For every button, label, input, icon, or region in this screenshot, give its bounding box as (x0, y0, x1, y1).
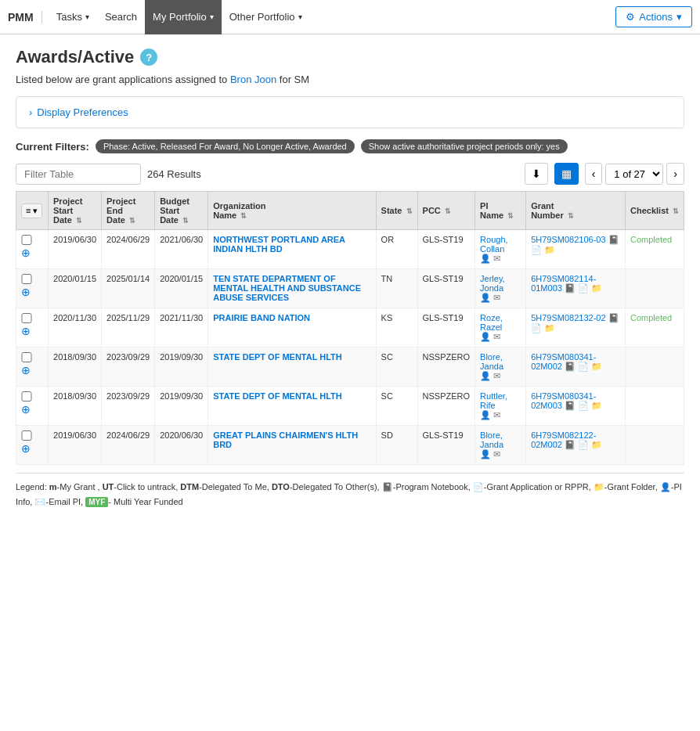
org-name-cell: GREAT PLAINS CHAIRMEN'S HLTH BRD (208, 426, 376, 465)
folder-icon[interactable]: 📁 (544, 245, 555, 254)
tasks-caret: ▾ (85, 13, 89, 21)
row-checkbox[interactable] (21, 274, 32, 284)
add-row-icon[interactable]: ⊕ (21, 247, 31, 259)
grant-number-link[interactable]: 5H79SM082132-02 (531, 313, 605, 322)
project-end-cell: 2023/09/29 (102, 387, 155, 426)
notebook-icon[interactable]: 📓 (608, 235, 619, 244)
state-cell: TN (376, 269, 417, 308)
org-name-cell: STATE DEPT OF MENTAL HLTH (208, 387, 376, 426)
notebook-icon[interactable]: 📓 (565, 440, 576, 449)
pi-name-link[interactable]: Ruttler, Rife (480, 391, 507, 410)
add-row-icon[interactable]: ⊕ (21, 364, 31, 376)
col-grant-number: GrantNumber ⇅ (526, 192, 626, 230)
row-checkbox[interactable] (21, 352, 32, 362)
grant-number-cell: 6H79SM080341-02M002 📓 📄 📁 (526, 347, 626, 387)
col-pi-name: PIName ⇅ (475, 192, 526, 230)
pi-name-link[interactable]: Blore, Janda (480, 352, 503, 371)
grant-number-cell: 6H79SM080341-02M003 📓 📄 📁 (526, 387, 626, 426)
pi-name-link[interactable]: Roze, Razel (480, 313, 503, 332)
email-pi-icon[interactable]: ✉ (493, 332, 500, 341)
pdf-icon[interactable]: 📄 (578, 440, 589, 449)
table-row: ⊕ 2020/11/30 2025/11/29 2021/11/30 PRAIR… (16, 308, 684, 347)
pi-info-icon[interactable]: 👤 (480, 293, 491, 302)
pi-info-icon[interactable]: 👤 (480, 449, 491, 459)
row-checkbox[interactable] (21, 430, 32, 441)
pdf-icon[interactable]: 📄 (578, 362, 589, 371)
org-name-cell: STATE DEPT OF MENTAL HLTH (208, 347, 376, 387)
display-preferences-panel[interactable]: › Display Preferences (16, 96, 684, 128)
checklist-cell (626, 426, 684, 465)
filters-label: Current Filters: (16, 141, 89, 153)
grid-view-button[interactable]: ▦ (554, 163, 579, 185)
my-portfolio-caret: ▾ (210, 13, 214, 21)
checklist-cell (626, 387, 684, 426)
prev-page-button[interactable]: ‹ (585, 163, 603, 185)
table-header-row: ≡ ▾ ProjectStartDate ⇅ ProjectEndDate ⇅ … (16, 192, 684, 230)
pi-name-cell: Rough, Collan 👤 ✉ (475, 230, 526, 269)
add-row-icon[interactable]: ⊕ (21, 442, 31, 455)
budget-start-cell: 2020/06/30 (155, 426, 208, 465)
help-icon[interactable]: ? (140, 49, 157, 66)
row-checkbox[interactable] (21, 313, 32, 323)
email-pi-icon[interactable]: ✉ (493, 410, 500, 420)
add-row-icon[interactable]: ⊕ (21, 403, 31, 416)
checklist-cell (626, 347, 684, 387)
checklist-cell: Completed (626, 230, 684, 269)
column-menu-button[interactable]: ≡ ▾ (21, 203, 42, 218)
email-pi-icon[interactable]: ✉ (493, 293, 500, 302)
col-checklist: Checklist ⇅ (626, 192, 684, 230)
actions-button[interactable]: ⚙ Actions ▾ (615, 6, 692, 27)
pdf-icon[interactable]: 📄 (578, 401, 589, 410)
email-pi-icon[interactable]: ✉ (493, 449, 500, 459)
folder-icon[interactable]: 📁 (591, 401, 602, 410)
pcc-cell: GLS-ST19 (417, 426, 475, 465)
folder-icon[interactable]: 📁 (544, 323, 555, 333)
pagination: ‹ 1 of 27 › (585, 163, 684, 185)
notebook-icon[interactable]: 📓 (565, 283, 576, 293)
pi-name-cell: Roze, Razel 👤 ✉ (475, 308, 526, 347)
notebook-icon[interactable]: 📓 (608, 313, 619, 322)
folder-icon[interactable]: 📁 (591, 283, 602, 293)
folder-icon[interactable]: 📁 (591, 440, 602, 449)
pi-name-link[interactable]: Jerley, Jonda (480, 274, 505, 293)
pdf-icon[interactable]: 📄 (578, 283, 589, 293)
email-pi-icon[interactable]: ✉ (493, 254, 500, 263)
checklist-status: Completed (630, 313, 672, 322)
nav-my-portfolio[interactable]: My Portfolio ▾ (145, 0, 222, 34)
row-checkbox[interactable] (21, 235, 32, 245)
folder-icon[interactable]: 📁 (591, 362, 602, 371)
nav-tasks[interactable]: Tasks ▾ (49, 0, 97, 34)
notebook-icon[interactable]: 📓 (565, 401, 576, 410)
brand-logo: PMM (8, 11, 42, 23)
add-row-icon[interactable]: ⊕ (21, 325, 31, 337)
project-start-cell: 2020/11/30 (49, 308, 102, 347)
pi-name-link[interactable]: Rough, Collan (480, 235, 507, 254)
page-select[interactable]: 1 of 27 (605, 164, 663, 185)
email-pi-icon[interactable]: ✉ (493, 371, 500, 380)
pcc-cell: GLS-ST19 (417, 269, 475, 308)
pi-info-icon[interactable]: 👤 (480, 254, 491, 263)
pi-info-icon[interactable]: 👤 (480, 371, 491, 380)
col-project-end: ProjectEndDate ⇅ (102, 192, 155, 230)
pi-name-link[interactable]: Blore, Janda (480, 430, 503, 449)
table-row: ⊕ 2018/09/30 2023/09/29 2019/09/30 STATE… (16, 387, 684, 426)
assigned-name: Bron Joon (230, 74, 276, 85)
nav-other-portfolio[interactable]: Other Portfolio ▾ (222, 0, 310, 34)
grant-number-link[interactable]: 5H79SM082106-03 (531, 235, 605, 244)
budget-start-cell: 2021/06/30 (155, 230, 208, 269)
filter-table-input[interactable] (16, 164, 141, 185)
row-checkbox[interactable] (21, 391, 32, 402)
pdf-icon[interactable]: 📄 (531, 245, 542, 254)
next-page-button[interactable]: › (666, 163, 684, 185)
actions-caret: ▾ (677, 11, 682, 23)
download-button[interactable]: ⬇ (525, 163, 548, 185)
col-budget-start: BudgetStartDate ⇅ (155, 192, 208, 230)
add-row-icon[interactable]: ⊕ (21, 286, 31, 298)
notebook-icon[interactable]: 📓 (565, 362, 576, 371)
pi-info-icon[interactable]: 👤 (480, 332, 491, 341)
org-name-cell: TEN STATE DEPARTMENT OF MENTAL HEALTH AN… (208, 269, 376, 308)
pdf-icon[interactable]: 📄 (531, 323, 542, 333)
nav-search[interactable]: Search (97, 0, 145, 34)
gear-icon: ⚙ (626, 11, 635, 23)
pi-info-icon[interactable]: 👤 (480, 410, 491, 420)
